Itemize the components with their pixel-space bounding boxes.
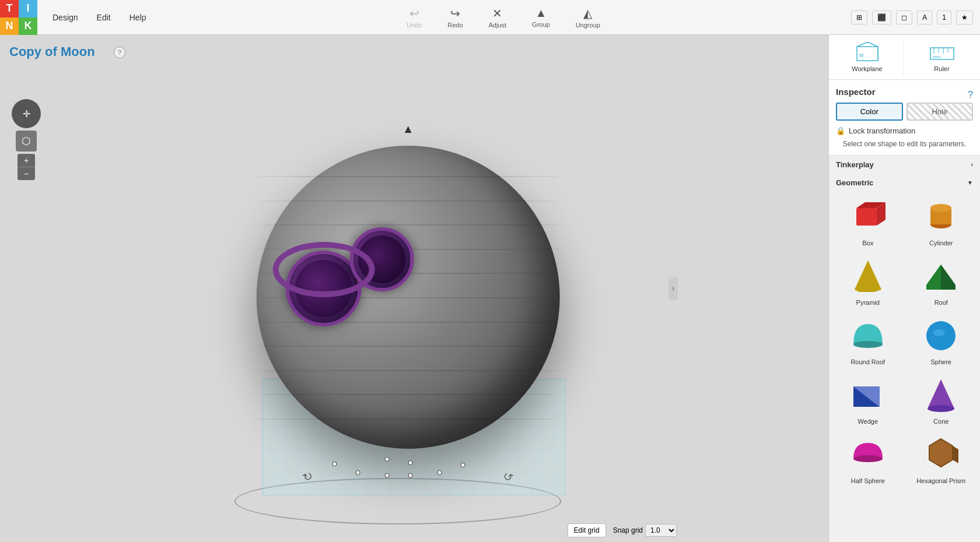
box-icon [848,196,888,237]
inspector: Inspector ? Color Hole 🔒 Lock transforma… [829,80,980,156]
svg-marker-32 [929,439,953,467]
workplane-icon: w [855,42,880,65]
lock-label: Lock transformation [849,126,915,135]
workplane-label: Workplane [852,65,882,72]
svg-point-26 [933,329,945,336]
svg-point-31 [853,455,883,462]
snap-select[interactable]: 1.0 0.1 0.25 0.5 2.0 5.0 [645,524,677,537]
cylinder-label: Cylinder [929,240,953,247]
nav-help[interactable]: Help [120,0,156,34]
shape-hexagonal-prism[interactable]: Hexagonal Prism [907,432,976,487]
redo-button[interactable]: ↪ Redo [440,4,470,31]
group-button[interactable]: ▲ Group [525,4,557,30]
cone-icon [921,375,961,416]
svg-line-4 [867,42,878,47]
shape-box[interactable]: Box [834,194,902,249]
undo-icon: ↩ [410,6,419,20]
wedge-label: Wedge [858,418,878,425]
svg-point-18 [930,204,951,212]
geometric-arrow: ▼ [967,180,973,186]
sphere-icon [921,315,961,356]
round-roof-icon [848,315,888,356]
group-icon: ▲ [535,6,547,20]
roof-icon [921,256,961,297]
wedge-icon [848,375,888,416]
collapse-panel-arrow[interactable]: › [668,277,678,300]
box-view-button[interactable]: ⬛ [872,10,891,24]
edit-grid-button[interactable]: Edit grid [568,523,606,537]
hexagonal-prism-label: Hexagonal Prism [916,477,965,484]
bottom-bar: Edit grid Snap grid 1.0 0.1 0.25 0.5 2.0… [568,523,677,537]
handle-7[interactable] [385,457,390,462]
wireframe-button[interactable]: ◻ [896,10,912,24]
adjust-button[interactable]: ✕ Adjust [482,4,514,31]
tinkerplay-section-header[interactable]: Tinkerplay › [834,156,975,174]
star-button[interactable]: ★ [956,10,973,24]
inspector-buttons: Color Hole [836,103,973,121]
tinkerplay-label: Tinkerplay [836,160,874,169]
inspector-header: Inspector ? [836,87,973,103]
shape-pyramid[interactable]: Pyramid [834,254,902,308]
ruler-label: Ruler [934,65,949,72]
svg-rect-13 [856,208,877,226]
canvas-area[interactable]: Copy of Moon ? ✛ ⬡ + − [0,35,828,542]
half-sphere-icon [848,434,888,475]
eye-right [350,227,414,291]
main-content: Copy of Moon ? ✛ ⬡ + − [0,35,980,542]
sphere-label: Sphere [931,358,951,365]
svg-text:mm: mm [933,54,941,59]
svg-marker-29 [928,379,954,409]
shape-cylinder[interactable]: Cylinder [907,194,976,249]
tinkerplay-arrow: › [971,161,973,168]
snap-label: Snap grid [613,526,643,534]
top-right-tools: w Workplane mm Ruler [829,35,980,80]
death-star[interactable]: ▲ ↻ ↺ [257,146,560,449]
shape-half-sphere[interactable]: Half Sphere [834,432,902,487]
redo-icon: ↪ [450,6,460,20]
ruler-icon: mm [929,42,955,65]
hole-button[interactable]: Hole [907,103,974,121]
pyramid-label: Pyramid [856,299,880,306]
geometric-label: Geometric [836,178,873,187]
handle-8[interactable] [408,460,413,465]
shape-round-roof[interactable]: Round Roof [834,313,902,368]
font-button[interactable]: A [917,10,932,24]
grid-view-button[interactable]: ⊞ [851,10,867,24]
svg-marker-20 [855,261,881,292]
handle-2[interactable] [356,470,360,475]
topbar: T I N K Design Edit Help ↩ Undo ↪ Redo ✕… [0,0,980,35]
nav-edit[interactable]: Edit [88,0,120,34]
ungroup-button[interactable]: ◭ Ungroup [569,4,607,31]
handle-5[interactable] [438,470,442,475]
nav-links: Design Edit Help [43,0,156,34]
handle-1[interactable] [332,462,337,466]
shape-sphere[interactable]: Sphere [907,313,976,368]
select-hint: Select one shape to edit its parameters. [836,140,973,148]
logo[interactable]: T I N K [0,0,37,35]
geometric-section-header[interactable]: Geometric ▼ [834,174,975,192]
shape-roof[interactable]: Roof [907,254,976,308]
shape-wedge[interactable]: Wedge [834,372,902,427]
undo-button[interactable]: ↩ Undo [400,4,429,31]
ungroup-icon: ◭ [583,6,592,20]
toolbar-center: ↩ Undo ↪ Redo ✕ Adjust ▲ Group ◭ Ungroup [156,4,852,31]
color-button[interactable]: Color [836,103,903,121]
handle-4[interactable] [408,473,413,478]
shape-cone[interactable]: Cone [907,372,976,427]
adjust-icon: ✕ [492,6,502,20]
number-button[interactable]: 1 [937,10,951,24]
lock-icon: 🔒 [836,126,845,135]
ruler-button[interactable]: mm Ruler [906,37,978,77]
svg-marker-34 [953,446,958,463]
handle-3[interactable] [385,473,390,478]
right-panel: w Workplane mm Ruler [828,35,980,542]
nav-design[interactable]: Design [43,0,88,34]
move-up-handle[interactable]: ▲ [402,122,414,136]
handle-6[interactable] [461,463,466,467]
scene: ▲ ↻ ↺ [0,35,828,542]
inspector-title: Inspector [836,87,876,97]
workplane-button[interactable]: w Workplane [831,37,904,77]
inspector-help-button[interactable]: ? [968,90,973,100]
roof-label: Roof [935,299,948,306]
logo-k: K [19,17,37,35]
